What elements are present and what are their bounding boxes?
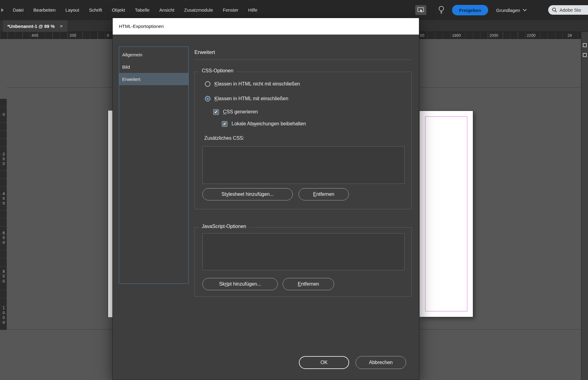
ruler-h-label: 0 xyxy=(107,33,109,38)
dialog-sidebar: Allgemein Bild Erweitert xyxy=(119,47,189,284)
stock-search-text: Adobe Sto xyxy=(560,7,581,13)
menu-datei[interactable]: Datei xyxy=(8,0,28,20)
add-stylesheet-button[interactable]: Stylesheet hinzufügen... xyxy=(202,188,293,200)
ruler-h-label: 1800 xyxy=(452,33,461,38)
ruler-v-label: 600 xyxy=(2,231,6,245)
document-tab-title: *Unbenannt-1 @ 89 % xyxy=(7,24,55,29)
dialog-titlebar[interactable]: HTML-Exportoptionen xyxy=(113,18,419,35)
stock-search-input[interactable]: Adobe Sto xyxy=(548,5,588,15)
additional-css-label: Zusätzliches CSS: xyxy=(204,135,244,141)
panel-dock xyxy=(581,32,588,380)
dialog-title: HTML-Exportoptionen xyxy=(119,24,164,29)
preserve-overrides-label: Lokale Abweichungen beibehalten xyxy=(232,121,306,127)
check-icon: ✓ xyxy=(214,110,218,114)
vertical-ruler-segment: 0 200 400 600 800 1000 xyxy=(0,99,7,330)
menu-zusatzmodule[interactable]: Zusatzmodule xyxy=(179,0,218,20)
menubar: Datei Bearbeiten Layout Schrift Objekt T… xyxy=(0,0,588,20)
dialog-body: Allgemein Bild Erweitert Erweitert CSS-O… xyxy=(113,35,419,380)
page-margin-guide xyxy=(425,116,467,311)
css-options-legend: CSS-Optionen xyxy=(199,68,236,74)
search-icon xyxy=(552,7,557,13)
tab-close-icon[interactable]: ✕ xyxy=(60,24,63,28)
generate-css-label: CSS generieren xyxy=(223,109,258,115)
check-icon: ✓ xyxy=(223,122,227,126)
sidebar-item-erweitert[interactable]: Erweitert xyxy=(119,73,188,85)
menu-ansicht[interactable]: Ansicht xyxy=(154,0,179,20)
sidebar-item-allgemein[interactable]: Allgemein xyxy=(119,48,188,61)
menu-tabelle[interactable]: Tabelle xyxy=(130,0,155,20)
page-left-edge xyxy=(107,111,112,317)
checkbox-preserve-overrides[interactable]: ✓ Lokale Abweichungen beibehalten xyxy=(222,120,306,128)
menu-layout[interactable]: Layout xyxy=(61,0,84,20)
checkbox-checked-icon: ✓ xyxy=(222,121,228,127)
ruler-h-label: 24 xyxy=(567,33,572,38)
page xyxy=(419,111,473,317)
checkbox-checked-icon: ✓ xyxy=(213,109,219,115)
radio-include-classes[interactable]: Klassen in HTML mit einschließen xyxy=(205,95,288,103)
sidebar-item-bild[interactable]: Bild xyxy=(119,61,188,73)
javascript-list[interactable] xyxy=(202,233,405,270)
dock-panel-icon[interactable] xyxy=(583,43,587,47)
ruler-v-label: 400 xyxy=(2,192,6,206)
menu-bearbeiten[interactable]: Bearbeiten xyxy=(28,0,61,20)
menu-objekt[interactable]: Objekt xyxy=(107,0,130,20)
panel-heading: Erweitert xyxy=(194,49,215,55)
checkbox-generate-css[interactable]: ✓ CSS generieren xyxy=(213,108,258,116)
javascript-options-legend: JavaScript-Optionen xyxy=(199,224,249,229)
ruler-h-label: 200 xyxy=(70,33,76,38)
radio-icon xyxy=(205,81,210,87)
css-options-group: CSS-Optionen Klassen in HTML nicht mit e… xyxy=(194,72,412,209)
ruler-v-label: 0 xyxy=(2,112,6,117)
learn-button[interactable] xyxy=(438,6,445,15)
lightbulb-icon xyxy=(438,6,445,15)
vertical-ruler[interactable]: 0 200 400 600 800 1000 xyxy=(0,39,7,380)
menu-schrift[interactable]: Schrift xyxy=(84,0,107,20)
html-export-options-dialog: HTML-Exportoptionen Allgemein Bild Erwei… xyxy=(112,18,419,380)
ruler-v-label: 1000 xyxy=(2,306,6,325)
ruler-h-label: 400 xyxy=(32,33,38,38)
add-script-button[interactable]: Skript hinzufügen... xyxy=(202,278,278,290)
screen-mode-icon xyxy=(417,7,424,13)
document-tab[interactable]: *Unbenannt-1 @ 89 % ✕ xyxy=(3,20,67,32)
additional-css-list[interactable] xyxy=(202,146,405,184)
javascript-options-group: JavaScript-Optionen Skript hinzufügen...… xyxy=(194,227,412,297)
remove-script-button[interactable]: Entfernen xyxy=(283,278,334,290)
ok-button[interactable]: OK xyxy=(299,356,349,369)
ruler-v-label: 800 xyxy=(2,269,6,284)
radio-checked-icon xyxy=(205,96,210,101)
ruler-h-label: 2200 xyxy=(527,33,536,38)
remove-stylesheet-button[interactable]: Entfernen xyxy=(299,188,349,200)
menu-fenster[interactable]: Fenster xyxy=(218,0,243,20)
screen-mode-button[interactable] xyxy=(415,5,426,15)
workspace-label: Grundlagen xyxy=(496,8,520,13)
panel-heading-rule xyxy=(194,59,412,60)
cancel-button[interactable]: Abbrechen xyxy=(356,356,406,369)
menu-items: Datei Bearbeiten Layout Schrift Objekt T… xyxy=(8,0,262,20)
radio-exclude-label: Klassen in HTML nicht mit einschließen xyxy=(214,81,300,87)
ruler-v-label: 200 xyxy=(2,152,6,167)
app-arrow-icon xyxy=(1,8,4,12)
share-button[interactable]: Freigeben xyxy=(452,5,488,15)
radio-exclude-classes[interactable]: Klassen in HTML nicht mit einschließen xyxy=(205,80,300,88)
radio-include-label: Klassen in HTML mit einschließen xyxy=(214,96,288,101)
ruler-h-label: 00 xyxy=(420,33,424,38)
dock-panel-icon[interactable] xyxy=(583,53,587,57)
menu-hilfe[interactable]: Hilfe xyxy=(243,0,262,20)
workspace-switcher[interactable]: Grundlagen xyxy=(496,0,527,20)
ruler-h-label: 2000 xyxy=(489,33,498,38)
chevron-down-icon xyxy=(523,9,527,11)
